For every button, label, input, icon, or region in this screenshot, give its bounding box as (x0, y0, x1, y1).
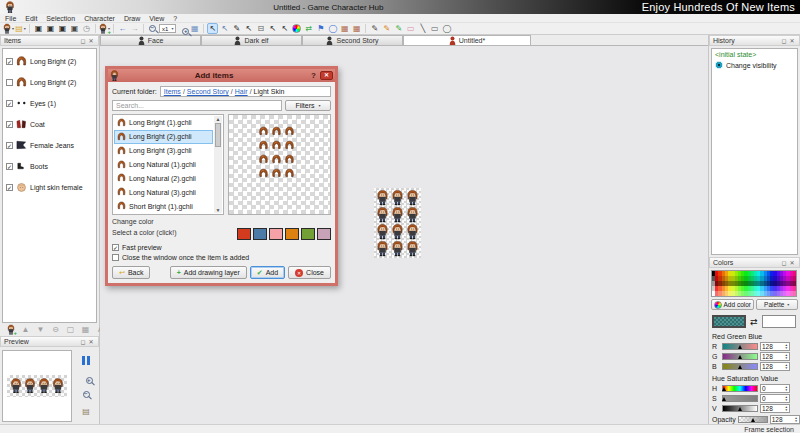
color-swatch-4[interactable] (301, 228, 315, 240)
color-swatch-5[interactable] (317, 228, 331, 240)
select-opaque-tool[interactable]: ↖ (219, 23, 230, 34)
palette-dropdown[interactable]: Palette ▾ (756, 299, 799, 310)
help-icon[interactable]: ? (309, 71, 318, 80)
close-button[interactable]: ✕ Close (288, 266, 331, 279)
select-tool[interactable]: ↖ (207, 23, 218, 34)
dialog-title-bar[interactable]: Add items ? ✕ (108, 69, 335, 82)
color-swatch-2[interactable] (269, 228, 283, 240)
tile-view-button[interactable]: ▦ (339, 23, 350, 34)
deselect-tool[interactable]: ⊟ (255, 23, 266, 34)
file-item-long-bright-1-gchli[interactable]: Long Bright (1).gchli (114, 116, 213, 130)
float-panel-icon[interactable]: ◻ (780, 259, 788, 266)
remove-item-button[interactable]: ⊖ (50, 324, 61, 335)
spinbox-arrows-icon[interactable]: ▲▼ (785, 396, 788, 401)
search-input[interactable] (112, 100, 282, 111)
menu-[interactable]: ? (173, 15, 177, 22)
color-swatch-0[interactable] (237, 228, 251, 240)
add-drawing-layer-button[interactable]: + Add drawing layer (170, 266, 247, 279)
g-slider[interactable] (722, 353, 758, 360)
preview-export-button[interactable]: ▤ (81, 406, 92, 417)
menu-character[interactable]: Character (84, 15, 115, 22)
item-eyes-1[interactable]: ✓Eyes (1) (6, 97, 93, 109)
fill-tool[interactable]: ⚑ (315, 23, 326, 34)
undo-button[interactable]: ← (117, 23, 128, 34)
menu-draw[interactable]: Draw (124, 15, 140, 22)
ellipse-tool[interactable]: ◯ (441, 23, 452, 34)
pencil-color-tool[interactable]: ✎ (381, 23, 392, 34)
spinbox-arrows-icon[interactable]: ▲▼ (785, 386, 788, 391)
menu-edit[interactable]: Edit (25, 15, 37, 22)
move-item-down-button[interactable]: ▼ (35, 324, 46, 335)
b-spinbox[interactable]: 128▲▼ (760, 362, 790, 371)
character-menu-button[interactable]: ▾ (3, 23, 14, 34)
save-icon[interactable]: ▣ (33, 23, 44, 34)
visibility-checkbox[interactable]: ✓ (6, 121, 13, 128)
spinbox-arrows-icon[interactable]: ▲▼ (785, 406, 788, 411)
spinbox-arrows-icon[interactable]: ▲▼ (785, 354, 788, 359)
item-boots[interactable]: ✓Boots (6, 160, 93, 172)
pen-green-tool[interactable]: ✎ (393, 23, 404, 34)
color-wheel-button[interactable] (291, 23, 302, 34)
character-spritesheet[interactable] (374, 188, 421, 258)
visibility-checkbox[interactable]: ✓ (6, 100, 13, 107)
color-swatch-1[interactable] (253, 228, 267, 240)
file-item-long-natural-2-gchli[interactable]: Long Natural (2).gchli (114, 171, 213, 185)
zoom-in-button[interactable] (177, 23, 188, 34)
spinbox-arrows-icon[interactable]: ▲▼ (785, 344, 788, 349)
r-spinbox[interactable]: 128▲▼ (760, 342, 790, 351)
close-panel-icon[interactable]: ✕ (788, 37, 796, 44)
tile-merge-button[interactable]: ▦ (351, 23, 362, 34)
zoom-out-button[interactable] (147, 23, 158, 34)
breadcrumb-hair[interactable]: Hair (235, 88, 248, 95)
transparency-grid-button[interactable]: ▦ (189, 23, 200, 34)
menu-view[interactable]: View (149, 15, 164, 22)
s-spinbox[interactable]: 0▲▼ (760, 394, 790, 403)
slider-handle[interactable] (738, 407, 742, 411)
history-entry-change-visibility[interactable]: Change visibility (715, 60, 794, 70)
rectangle-tool[interactable]: ▭ (429, 23, 440, 34)
close-panel-icon[interactable]: ✕ (788, 259, 796, 266)
preview-zoom-out-button[interactable] (81, 389, 92, 400)
slider-handle[interactable] (738, 345, 742, 349)
palette-cell[interactable] (793, 291, 796, 296)
history-initial-state[interactable]: <initial state> (715, 51, 794, 58)
save-all-icon[interactable]: ▣ (57, 23, 68, 34)
color-swatch-3[interactable] (285, 228, 299, 240)
float-panel-icon[interactable]: ◻ (780, 37, 788, 44)
canvas-area[interactable]: Add items ? ✕ Current folder: Items/Seco… (100, 46, 708, 424)
item-long-bright-2[interactable]: ✓Long Bright (2) (6, 55, 93, 67)
file-item-long-natural-1-gchli[interactable]: Long Natural (1).gchli (114, 158, 213, 172)
tab-face[interactable]: Face (100, 35, 201, 45)
primary-color-swatch[interactable] (712, 315, 746, 328)
float-panel-icon[interactable]: ◻ (79, 338, 87, 345)
s-slider[interactable] (722, 395, 758, 402)
visibility-checkbox[interactable]: ✓ (6, 184, 13, 191)
slider-handle[interactable] (751, 418, 755, 422)
g-spinbox[interactable]: 128▲▼ (760, 352, 790, 361)
visibility-checkbox[interactable]: ✓ (6, 163, 13, 170)
item-female-jeans[interactable]: ✓Female Jeans (6, 139, 93, 151)
close-panel-icon[interactable]: ✕ (87, 338, 95, 345)
visibility-checkbox[interactable]: ✓ (6, 142, 13, 149)
opacity-spinbox[interactable]: 128▲▼ (770, 415, 800, 424)
file-item-long-natural-3-gchli[interactable]: Long Natural (3).gchli (114, 185, 213, 199)
replace-color-button[interactable]: ⇄ (303, 23, 314, 34)
merge-items-button[interactable]: ▦ (80, 324, 91, 335)
r-slider[interactable] (722, 343, 758, 350)
swap-colors-icon[interactable]: ⇄ (750, 317, 758, 327)
h-slider[interactable] (722, 385, 758, 392)
secondary-color-swatch[interactable] (762, 315, 796, 328)
v-spinbox[interactable]: 128▲▼ (760, 404, 790, 413)
float-panel-icon[interactable]: ◻ (79, 37, 87, 44)
eraser-tool[interactable]: ▭ (405, 23, 416, 34)
item-coat[interactable]: ✓Coat (6, 118, 93, 130)
v-slider[interactable] (722, 405, 758, 412)
close-on-add-checkbox[interactable]: Close the window once the item is added (112, 254, 331, 261)
fast-preview-checkbox[interactable]: ✓ Fast preview (112, 244, 331, 251)
file-item-long-bright-2-gchli[interactable]: Long Bright (2).gchli (114, 130, 213, 144)
breadcrumb-second-story[interactable]: Second Story (187, 88, 229, 95)
menu-file[interactable]: File (5, 15, 16, 22)
select-move-tool[interactable]: ↖ (243, 23, 254, 34)
opacity-slider[interactable] (738, 416, 768, 423)
add-button[interactable]: ✔ Add (250, 266, 285, 279)
